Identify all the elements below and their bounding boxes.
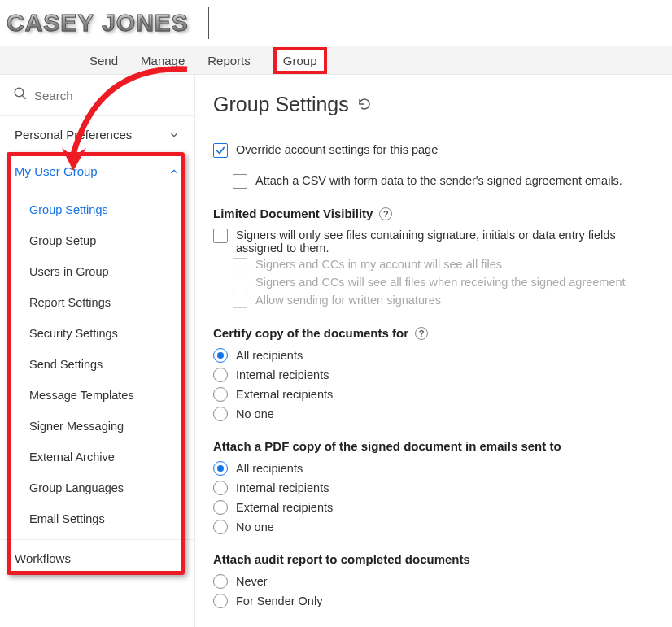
- attach-pdf-all-label: All recipients: [236, 462, 303, 475]
- search-container: [0, 75, 194, 116]
- chevron-down-icon: [168, 129, 180, 141]
- certify-noone-radio[interactable]: [213, 407, 228, 421]
- certify-title: Certify copy of the documents for: [213, 326, 408, 340]
- sidebar-my-user-group-label: My User Group: [15, 164, 98, 178]
- certify-external-label: External recipients: [236, 388, 333, 401]
- attach-pdf-internal-radio[interactable]: [213, 481, 228, 495]
- chevron-up-icon: [168, 166, 180, 177]
- sidebar-item-send-settings[interactable]: Send Settings: [0, 349, 194, 380]
- ldv-main-label: Signers will only see files containing s…: [236, 229, 656, 255]
- sidebar-item-security-settings[interactable]: Security Settings: [0, 318, 194, 349]
- logo: CASEY JONES: [7, 9, 189, 37]
- sidebar-workflows[interactable]: Workflows: [0, 539, 194, 577]
- sidebar-item-group-languages[interactable]: Group Languages: [0, 472, 194, 503]
- sidebar-my-user-group[interactable]: My User Group: [0, 153, 194, 189]
- attach-pdf-external-label: External recipients: [236, 501, 333, 514]
- audit-sender-label: For Sender Only: [236, 594, 322, 607]
- svg-point-0: [15, 88, 24, 97]
- audit-title: Attach audit report to completed documen…: [213, 552, 470, 566]
- tab-group[interactable]: Group: [273, 47, 327, 74]
- override-label: Override account settings for this page: [236, 143, 438, 156]
- sidebar-personal-prefs[interactable]: Personal Preferences: [0, 116, 194, 153]
- sidebar-item-message-templates[interactable]: Message Templates: [0, 380, 194, 411]
- certify-external-radio[interactable]: [213, 387, 228, 402]
- ldv-title: Limited Document Visibility: [213, 207, 373, 220]
- ldv-sub2-label: Signers and CCs will see all files when …: [255, 276, 626, 289]
- tab-reports[interactable]: Reports: [207, 54, 251, 67]
- audit-sender-radio[interactable]: [213, 594, 228, 608]
- ldv-sub1-label: Signers and CCs in my account will see a…: [255, 258, 502, 271]
- help-icon[interactable]: ?: [379, 207, 392, 220]
- certify-internal-label: Internal recipients: [236, 368, 329, 381]
- attach-csv-checkbox[interactable]: [233, 174, 247, 189]
- sidebar-item-report-settings[interactable]: Report Settings: [0, 287, 194, 318]
- page-title: Group Settings: [213, 93, 349, 116]
- attach-pdf-external-radio[interactable]: [213, 500, 228, 515]
- certify-internal-radio[interactable]: [213, 368, 228, 382]
- override-checkbox[interactable]: [213, 143, 228, 158]
- sidebar-item-email-settings[interactable]: Email Settings: [0, 503, 194, 534]
- ldv-sub1-checkbox: [233, 258, 247, 272]
- attach-pdf-noone-label: No one: [236, 520, 274, 533]
- certify-all-label: All recipients: [236, 349, 303, 362]
- sidebar-item-external-archive[interactable]: External Archive: [0, 442, 194, 472]
- help-icon[interactable]: ?: [415, 327, 428, 340]
- certify-all-radio[interactable]: [213, 348, 228, 363]
- sidebar-personal-prefs-label: Personal Preferences: [15, 128, 132, 142]
- sidebar-item-users-in-group[interactable]: Users in Group: [0, 256, 194, 287]
- attach-csv-label: Attach a CSV with form data to the sende…: [255, 174, 622, 187]
- attach-pdf-noone-radio[interactable]: [213, 520, 228, 534]
- sidebar-workflows-label: Workflows: [15, 551, 71, 565]
- certify-noone-label: No one: [236, 407, 274, 420]
- sidebar-item-group-settings[interactable]: Group Settings: [0, 194, 194, 225]
- refresh-icon[interactable]: [357, 93, 372, 116]
- search-input[interactable]: [34, 89, 181, 102]
- attach-pdf-all-radio[interactable]: [213, 461, 228, 476]
- ldv-sub3-label: Allow sending for written signatures: [255, 294, 441, 307]
- sidebar-item-signer-messaging[interactable]: Signer Messaging: [0, 411, 194, 442]
- svg-line-1: [22, 95, 26, 99]
- sidebar-item-group-setup[interactable]: Group Setup: [0, 225, 194, 256]
- attach-pdf-internal-label: Internal recipients: [236, 481, 329, 494]
- tab-send[interactable]: Send: [89, 54, 118, 67]
- ldv-sub2-checkbox: [233, 276, 247, 290]
- tab-manage[interactable]: Manage: [141, 54, 185, 67]
- audit-never-radio[interactable]: [213, 574, 228, 589]
- audit-never-label: Never: [236, 575, 268, 588]
- attach-pdf-title: Attach a PDF copy of the signed document…: [213, 439, 561, 453]
- logo-divider: [208, 7, 209, 39]
- ldv-main-checkbox[interactable]: [213, 229, 228, 243]
- search-icon: [13, 86, 28, 104]
- ldv-sub3-checkbox: [233, 294, 247, 308]
